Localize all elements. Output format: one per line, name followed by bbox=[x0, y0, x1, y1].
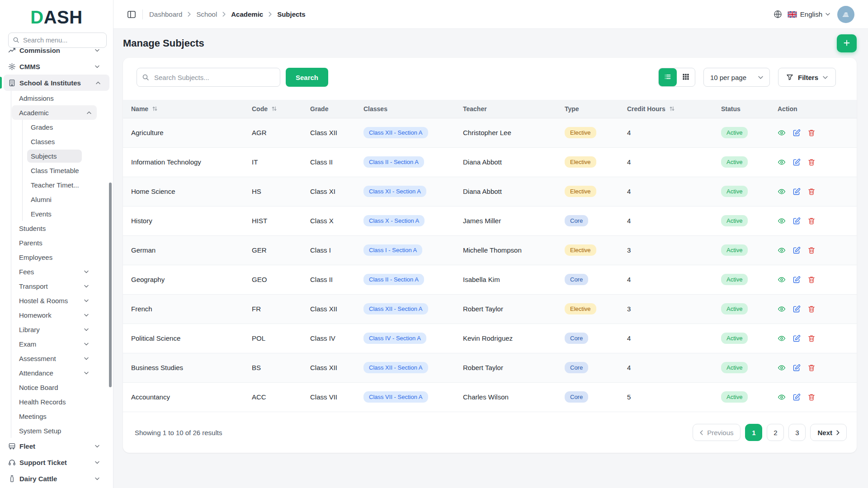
edit-button[interactable] bbox=[793, 334, 801, 343]
grid-view-button[interactable] bbox=[677, 68, 695, 86]
sidebar-scrollbar[interactable] bbox=[109, 183, 112, 387]
sidebar-item-cmms[interactable]: CMMS bbox=[4, 58, 108, 75]
sidebar-item-homework[interactable]: Homework bbox=[4, 308, 108, 322]
globe-icon[interactable] bbox=[774, 10, 782, 19]
view-button[interactable] bbox=[778, 334, 786, 343]
sidebar-item-class-timetable[interactable]: Class Timetable bbox=[4, 163, 108, 178]
delete-button[interactable] bbox=[807, 188, 816, 196]
cell-credit-hours: 3 bbox=[627, 235, 721, 265]
cell-teacher: Charles Wilson bbox=[463, 382, 565, 412]
sidebar-item-label: Hostel & Rooms bbox=[19, 297, 68, 305]
sidebar-item-support-ticket[interactable]: Support Ticket bbox=[4, 454, 108, 470]
page-button-1[interactable]: 1 bbox=[745, 424, 762, 441]
user-avatar[interactable] bbox=[837, 6, 854, 23]
cell-name: Agriculture bbox=[123, 118, 252, 147]
breadcrumb-item-academic[interactable]: Academic bbox=[231, 10, 263, 18]
edit-icon bbox=[793, 337, 801, 344]
page-button-3[interactable]: 3 bbox=[788, 424, 806, 441]
view-button[interactable] bbox=[778, 305, 786, 313]
edit-button[interactable] bbox=[793, 129, 801, 137]
class-badge: Class VII - Section A bbox=[363, 391, 428, 403]
eye-icon bbox=[778, 161, 786, 168]
search-button[interactable]: Search bbox=[286, 68, 328, 87]
previous-page-button[interactable]: Previous bbox=[693, 424, 741, 441]
cell-teacher: Michelle Thompson bbox=[463, 235, 565, 265]
sidebar-item-students[interactable]: Students bbox=[4, 221, 108, 235]
view-button[interactable] bbox=[778, 158, 786, 166]
language-selector[interactable]: English bbox=[788, 10, 830, 18]
view-button[interactable] bbox=[778, 393, 786, 401]
view-button[interactable] bbox=[778, 364, 786, 372]
page-button-2[interactable]: 2 bbox=[767, 424, 784, 441]
sidebar-item-school-institutes[interactable]: School & Institutes bbox=[4, 75, 109, 91]
col-name[interactable]: Name bbox=[123, 100, 252, 118]
sidebar-item-events[interactable]: Events bbox=[4, 206, 108, 221]
sidebar-item-meetings[interactable]: Meetings bbox=[4, 409, 108, 423]
sidebar-item-system-setup[interactable]: System Setup bbox=[4, 423, 108, 438]
view-button[interactable] bbox=[778, 188, 786, 196]
breadcrumb-item-subjects[interactable]: Subjects bbox=[277, 10, 306, 18]
cell-type: Elective bbox=[565, 235, 627, 265]
view-button[interactable] bbox=[778, 246, 786, 254]
edit-button[interactable] bbox=[793, 305, 801, 313]
sidebar-item-employees[interactable]: Employees bbox=[4, 250, 108, 264]
sidebar-item-attendance[interactable]: Attendance bbox=[4, 366, 108, 380]
cell-grade: Class VII bbox=[310, 382, 363, 412]
sidebar-toggle-icon[interactable] bbox=[127, 10, 136, 19]
delete-button[interactable] bbox=[807, 334, 816, 343]
next-page-button[interactable]: Next bbox=[810, 424, 847, 441]
delete-button[interactable] bbox=[807, 217, 816, 225]
sidebar-item-dairy-cattle[interactable]: Dairy Cattle bbox=[4, 470, 108, 487]
edit-button[interactable] bbox=[793, 217, 801, 225]
sidebar-item-parents[interactable]: Parents bbox=[4, 235, 108, 250]
delete-button[interactable] bbox=[807, 276, 816, 284]
sidebar-item-teacher-timet[interactable]: Teacher Timet... bbox=[4, 178, 108, 192]
col-code[interactable]: Code bbox=[252, 100, 310, 118]
sidebar-search-input[interactable] bbox=[8, 33, 107, 48]
delete-button[interactable] bbox=[807, 305, 816, 313]
sidebar-item-assessment[interactable]: Assessment bbox=[4, 351, 108, 366]
list-view-button[interactable] bbox=[659, 68, 677, 86]
breadcrumb-item-school[interactable]: School bbox=[196, 10, 217, 18]
delete-button[interactable] bbox=[807, 246, 816, 254]
sidebar-item-grades[interactable]: Grades bbox=[4, 120, 108, 134]
sidebar-item-library[interactable]: Library bbox=[4, 322, 108, 337]
edit-button[interactable] bbox=[793, 393, 801, 401]
delete-button[interactable] bbox=[807, 129, 816, 137]
sidebar-item-notice-board[interactable]: Notice Board bbox=[4, 380, 108, 394]
sidebar-item-exam[interactable]: Exam bbox=[4, 337, 108, 351]
edit-button[interactable] bbox=[793, 364, 801, 372]
sidebar-item-transport[interactable]: Transport bbox=[4, 279, 108, 293]
per-page-select[interactable]: 10 per page bbox=[703, 68, 770, 87]
sidebar-item-fees[interactable]: Fees bbox=[4, 264, 108, 279]
sidebar-item-classes[interactable]: Classes bbox=[4, 134, 108, 149]
filters-button[interactable]: Filters bbox=[778, 68, 836, 87]
delete-button[interactable] bbox=[807, 364, 816, 372]
col-credit-hours[interactable]: Credit Hours bbox=[627, 100, 721, 118]
sidebar-item-alumni[interactable]: Alumni bbox=[4, 192, 108, 206]
breadcrumb-item-dashboard[interactable]: Dashboard bbox=[149, 10, 182, 18]
view-button[interactable] bbox=[778, 129, 786, 137]
edit-icon bbox=[793, 220, 801, 226]
delete-button[interactable] bbox=[807, 158, 816, 166]
status-badge: Active bbox=[721, 303, 748, 314]
edit-button[interactable] bbox=[793, 188, 801, 196]
sidebar-item-fleet[interactable]: Fleet bbox=[4, 438, 108, 454]
sidebar-item-admissions[interactable]: Admissions bbox=[4, 91, 108, 105]
edit-button[interactable] bbox=[793, 158, 801, 166]
status-badge: Active bbox=[721, 333, 748, 344]
view-button[interactable] bbox=[778, 276, 786, 284]
sidebar-item-health-records[interactable]: Health Records bbox=[4, 394, 108, 409]
edit-button[interactable] bbox=[793, 246, 801, 254]
cell-teacher: Robert Taylor bbox=[463, 353, 565, 382]
sidebar-item-academic[interactable]: Academic bbox=[12, 105, 97, 120]
add-subject-button[interactable] bbox=[837, 34, 857, 52]
cell-status: Active bbox=[721, 147, 778, 177]
delete-button[interactable] bbox=[807, 393, 816, 401]
subjects-search-input[interactable] bbox=[137, 68, 280, 87]
sidebar-item-subjects[interactable]: Subjects bbox=[4, 149, 108, 163]
edit-button[interactable] bbox=[793, 276, 801, 284]
sidebar-item-hostel-rooms[interactable]: Hostel & Rooms bbox=[4, 293, 108, 308]
view-button[interactable] bbox=[778, 217, 786, 225]
sidebar-item-commission[interactable]: Commission bbox=[4, 48, 108, 58]
